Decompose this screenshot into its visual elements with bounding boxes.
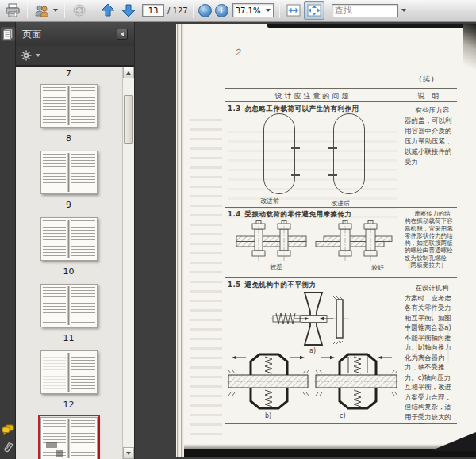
page-count-label: / 127 bbox=[167, 6, 188, 15]
next-page-button[interactable] bbox=[118, 1, 139, 20]
zoom-out-button[interactable]: − bbox=[198, 4, 212, 17]
table-row-1-4: 1.4受振动载荷的零件避免用摩擦传力 bbox=[225, 208, 457, 278]
collapse-arrow-icon bbox=[121, 32, 124, 36]
collapse-panel-button[interactable] bbox=[117, 29, 128, 40]
column-header-problem: 设计应注意的问题 bbox=[225, 89, 401, 101]
navigation-pane-strip bbox=[0, 22, 16, 459]
weld-tick bbox=[291, 147, 300, 149]
fit-page-button[interactable] bbox=[304, 1, 324, 20]
thumb-right-page bbox=[71, 87, 95, 124]
search-options-dropdown[interactable] bbox=[398, 4, 409, 17]
note-text: 有些压力容器的盖，可以利用容器中介质的压力帮助压紧，以减小联接件的受力 bbox=[401, 102, 457, 167]
book-spine-edge bbox=[176, 24, 184, 457]
section-title-text: 勿忽略工作载荷可以产生的有利作用 bbox=[245, 105, 359, 113]
design-table: 设计应注意的问题 说明 1.3勿忽略工作载荷可以产生的有利作用 bbox=[225, 88, 457, 424]
thumb-spine bbox=[67, 86, 70, 125]
thumbnail-page-13-selected[interactable] bbox=[38, 415, 100, 459]
problem-cell: 1.5避免机构中的不平衡力 bbox=[225, 278, 401, 424]
thumbnail-page-8[interactable] bbox=[38, 82, 100, 130]
weld-tick bbox=[328, 174, 337, 176]
cone-clutch-c-figure bbox=[314, 351, 398, 411]
figure-label-worse: 较差 bbox=[270, 262, 282, 271]
continued-label: (续) bbox=[419, 75, 435, 85]
cone-clutch-a-figure bbox=[271, 290, 349, 347]
scroll-down-button[interactable] bbox=[123, 447, 134, 459]
panel-title: 页面 bbox=[22, 28, 41, 41]
thumb-left-page bbox=[43, 287, 67, 324]
figure-label-c: c) bbox=[340, 412, 346, 419]
people-icon bbox=[34, 3, 50, 17]
pages-panel: 页面 7 8 9 bbox=[16, 22, 135, 459]
toolbar-separator bbox=[64, 2, 65, 18]
thumb-left-page bbox=[43, 220, 67, 258]
thumbnail-preview bbox=[40, 84, 98, 128]
thumbnail-label[interactable]: 8 bbox=[66, 133, 71, 143]
thumbnail-label[interactable]: 11 bbox=[63, 333, 75, 343]
document-view[interactable]: 2 (续) 设计应注意的问题 说明 1.3勿忽略工作载荷可以产生的有利作用 bbox=[135, 22, 476, 459]
vessel-before-figure bbox=[263, 113, 295, 194]
toolbar: / 127 − + 37.1% bbox=[0, 0, 476, 22]
column-header-note: 说明 bbox=[401, 89, 457, 101]
thumb-left-page bbox=[43, 154, 67, 191]
chevron-down-icon bbox=[53, 9, 58, 12]
figure-label-better: 较好 bbox=[371, 263, 384, 272]
thumbnail-page-9[interactable] bbox=[38, 148, 100, 197]
thumbnail-list: 7 8 9 10 11 bbox=[16, 67, 134, 459]
thumb-left-page bbox=[43, 354, 67, 391]
previous-page-button[interactable] bbox=[98, 1, 118, 20]
scrollbar-thumb[interactable] bbox=[124, 95, 133, 144]
fit-width-button[interactable] bbox=[283, 1, 304, 20]
chevron-down-icon bbox=[266, 9, 271, 12]
comments-panel-icon[interactable] bbox=[1, 423, 15, 437]
zoom-level-select[interactable]: 37.1% bbox=[232, 3, 274, 17]
search-input[interactable] bbox=[332, 4, 398, 17]
ink-bleedthrough bbox=[190, 119, 222, 436]
attachments-panel-icon[interactable] bbox=[1, 440, 15, 454]
thumb-left-page bbox=[43, 87, 67, 124]
note-cell: 在设计机构方案时，应考虑各有关零件受力相互平衡。如图中圆锥离合器a)不能平衡轴向… bbox=[401, 278, 457, 424]
note-text: 摩擦传力的结构在振动载荷下容易松脱，宜采用靠零件形状传力的结构，如把联接两板的螺… bbox=[401, 208, 457, 269]
bolt-joint-better-figure bbox=[314, 220, 393, 261]
thumbnail-label[interactable]: 7 bbox=[66, 68, 71, 78]
arrow-up-icon bbox=[101, 3, 115, 17]
section-title: 1.5避免机构中的不平衡力 bbox=[228, 281, 317, 290]
options-gear-button[interactable] bbox=[21, 50, 40, 61]
thumbnail-preview bbox=[40, 217, 98, 261]
thumbnail-preview bbox=[40, 284, 98, 327]
scroll-up-button[interactable] bbox=[123, 67, 134, 78]
arrow-down-icon bbox=[121, 3, 136, 17]
gear-icon bbox=[21, 50, 32, 61]
thumbnail-page-11[interactable] bbox=[38, 281, 100, 330]
thumb-spine bbox=[67, 353, 70, 392]
thumbnail-page-10[interactable] bbox=[38, 215, 100, 263]
collaborate-button[interactable] bbox=[31, 1, 61, 20]
toolbar-separator bbox=[279, 2, 280, 18]
figure-label-after: 改进后 bbox=[331, 199, 350, 207]
pages-panel-icon[interactable] bbox=[1, 27, 15, 41]
toolbar-separator bbox=[193, 2, 194, 18]
page-number-input[interactable] bbox=[142, 4, 164, 17]
thumbnail-label[interactable]: 12 bbox=[63, 400, 75, 410]
document-page: 2 (续) 设计应注意的问题 说明 1.3勿忽略工作载荷可以产生的有利作用 bbox=[184, 24, 476, 457]
section-title: 1.4受振动载荷的零件避免用摩擦传力 bbox=[228, 210, 352, 220]
zoom-in-button[interactable]: + bbox=[215, 4, 228, 17]
thumbnail-page-12[interactable] bbox=[38, 348, 100, 396]
note-cell: 有些压力容器的盖，可以利用容器中介质的压力帮助压紧，以减小联接件的受力 bbox=[401, 102, 457, 207]
chevron-down-icon bbox=[36, 54, 40, 57]
zoom-level-value: 37.1% bbox=[236, 6, 261, 15]
printer-icon bbox=[5, 3, 21, 17]
table-row-1-5: 1.5避免机构中的不平衡力 bbox=[225, 278, 457, 424]
thumbnail-label[interactable]: 9 bbox=[66, 200, 71, 210]
section-title-text: 避免机构中的不平衡力 bbox=[245, 281, 317, 289]
sync-disabled-button bbox=[68, 1, 90, 20]
main-area: 页面 7 8 9 bbox=[0, 22, 476, 459]
section-title: 1.3勿忽略工作载荷可以产生的有利作用 bbox=[228, 105, 359, 114]
cone-clutch-b-figure bbox=[227, 351, 309, 411]
thumb-spine bbox=[67, 286, 70, 325]
print-button[interactable] bbox=[2, 1, 24, 20]
figure-label-b: b) bbox=[265, 412, 271, 419]
page-curl-top-right bbox=[463, 24, 476, 99]
thumbnail-preview bbox=[40, 151, 98, 194]
thumbnail-scrollbar[interactable] bbox=[122, 67, 134, 459]
thumbnail-label[interactable]: 10 bbox=[63, 266, 75, 277]
